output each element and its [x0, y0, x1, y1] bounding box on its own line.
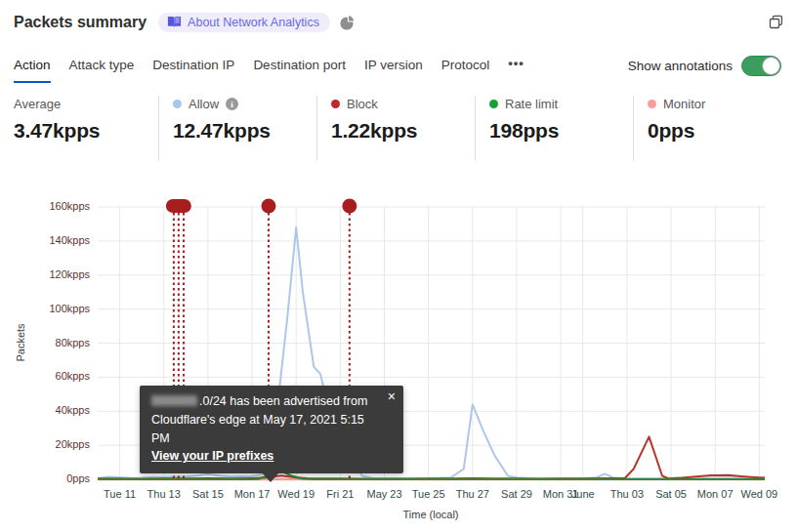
x-tick-label: Wed 09: [725, 488, 793, 500]
y-tick-label: 100kpps: [29, 303, 90, 314]
toggle-knob: [762, 57, 780, 75]
pie-chart-icon[interactable]: [339, 15, 355, 30]
tooltip-arrow: [262, 472, 279, 482]
annotation-tooltip: × .0/24 has been advertised from Cloudfl…: [140, 386, 403, 473]
annotation-marker-cluster[interactable]: [166, 199, 191, 213]
tab-action[interactable]: Action: [14, 58, 51, 83]
restore-window-icon[interactable]: [769, 15, 783, 29]
book-icon: [167, 16, 182, 28]
stat-label: Average: [14, 97, 61, 111]
rate-limit-dot: [489, 100, 498, 108]
stat-rate-limit: Rate limit198pps: [475, 96, 633, 161]
stat-value: 0pps: [648, 119, 791, 143]
badge-label: About Network Analytics: [188, 16, 319, 29]
header: Packets summary About Network Analytics: [0, 0, 797, 44]
y-tick-label: 0pps: [29, 472, 90, 484]
filter-tabbar: ActionAttack typeDestination IPDestinati…: [0, 44, 797, 83]
stat-label: Rate limit: [505, 97, 558, 111]
show-annotations-label: Show annotations: [628, 59, 733, 73]
y-tick-label: 140kpps: [29, 234, 90, 246]
y-tick-label: 80kpps: [29, 337, 90, 348]
view-ip-prefixes-link[interactable]: View your IP prefixes: [151, 449, 273, 463]
tooltip-line-1: .0/24 has been advertised from: [151, 392, 380, 411]
tooltip-line-2: Cloudflare's edge at May 17, 2021 5:15 P…: [151, 411, 380, 448]
stat-average: Average3.47kpps: [0, 96, 158, 161]
stat-block: Block1.22kpps: [316, 96, 475, 161]
stat-value: 198pps: [489, 119, 633, 143]
info-icon[interactable]: i: [226, 98, 238, 110]
about-network-analytics-badge[interactable]: About Network Analytics: [158, 13, 330, 32]
allow-dot: [173, 100, 182, 108]
tooltip-close-icon[interactable]: ×: [388, 389, 396, 405]
y-tick-label: 20kpps: [29, 438, 90, 450]
tab-destination-ip[interactable]: Destination IP: [152, 58, 234, 83]
y-tick-label: 120kpps: [29, 268, 90, 280]
tab-ip-version[interactable]: IP version: [364, 58, 423, 83]
stat-monitor: Monitor0pps: [633, 96, 791, 161]
monitor-dot: [648, 100, 656, 108]
block-dot: [331, 100, 340, 108]
x-axis-title: Time (local): [284, 509, 577, 520]
stats-row: Average3.47kppsAllowi12.47kppsBlock1.22k…: [0, 83, 797, 161]
stat-allow: Allowi12.47kpps: [158, 96, 316, 161]
stat-label: Monitor: [663, 97, 705, 111]
page-title: Packets summary: [14, 14, 147, 31]
stat-label: Allow: [189, 97, 219, 111]
stat-value: 3.47kpps: [14, 119, 158, 143]
y-tick-label: 60kpps: [29, 370, 90, 382]
tab-destination-port[interactable]: Destination port: [253, 58, 346, 83]
stat-value: 1.22kpps: [331, 119, 475, 143]
annotation-marker[interactable]: [261, 199, 275, 214]
stat-value: 12.47kpps: [173, 119, 316, 143]
stat-label: Block: [347, 97, 378, 111]
redacted-ip-prefix: [151, 395, 197, 406]
tab-protocol[interactable]: Protocol: [441, 58, 490, 83]
show-annotations-toggle[interactable]: [741, 56, 781, 76]
tab-attack-type[interactable]: Attack type: [69, 58, 135, 83]
chart-area: Packets Time (local) × .0/24 has been ad…: [0, 161, 797, 532]
tabs-more-button[interactable]: •••: [508, 56, 524, 83]
y-tick-label: 40kpps: [29, 404, 90, 416]
show-annotations-group: Show annotations: [628, 56, 781, 83]
y-tick-label: 160kpps: [29, 200, 90, 212]
y-axis-title: Packets: [15, 245, 28, 440]
annotation-marker[interactable]: [342, 199, 357, 214]
